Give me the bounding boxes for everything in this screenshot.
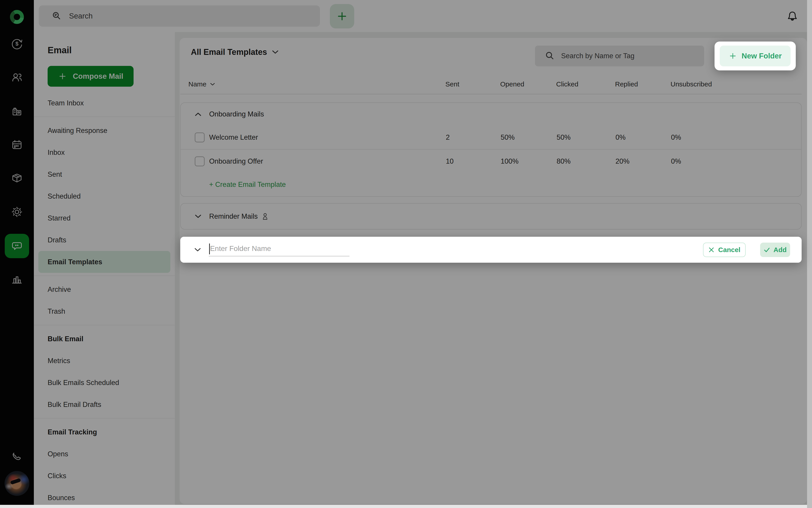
plus-icon — [728, 52, 737, 60]
app-root: $ — [0, 0, 812, 508]
text-caret — [209, 244, 210, 254]
folder-name-field — [209, 243, 350, 256]
add-button[interactable]: Add — [760, 243, 790, 257]
check-icon — [764, 246, 770, 253]
add-label: Add — [773, 246, 786, 254]
new-folder-row-spotlight: Cancel Add — [180, 237, 802, 263]
new-folder-spotlight: New Folder — [715, 42, 796, 71]
window-edge-bottom — [0, 505, 807, 508]
window-edge-right — [807, 0, 812, 508]
folder-name-input[interactable] — [209, 243, 350, 256]
new-folder-label: New Folder — [741, 52, 782, 60]
cancel-label: Cancel — [718, 246, 740, 254]
chevron-down-icon — [194, 248, 201, 252]
close-icon — [708, 247, 715, 253]
cancel-button[interactable]: Cancel — [703, 243, 746, 257]
new-folder-button[interactable]: New Folder — [720, 46, 791, 66]
